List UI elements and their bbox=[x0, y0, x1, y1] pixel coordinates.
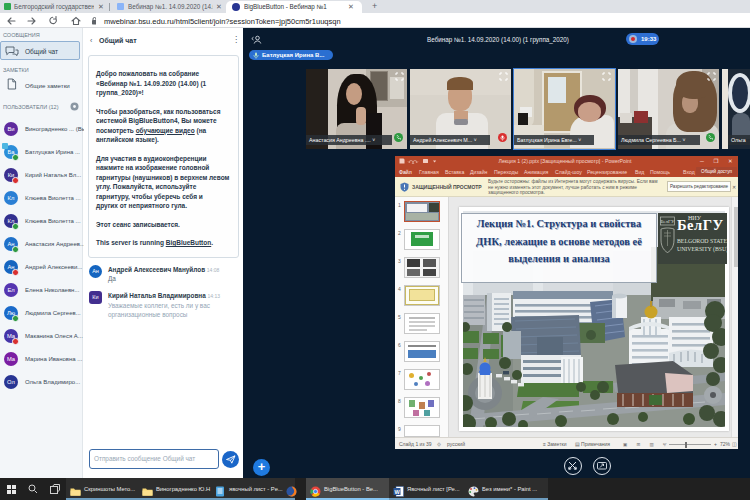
svg-text:БелГУ: БелГУ bbox=[660, 219, 674, 224]
svg-text:W: W bbox=[394, 489, 400, 495]
